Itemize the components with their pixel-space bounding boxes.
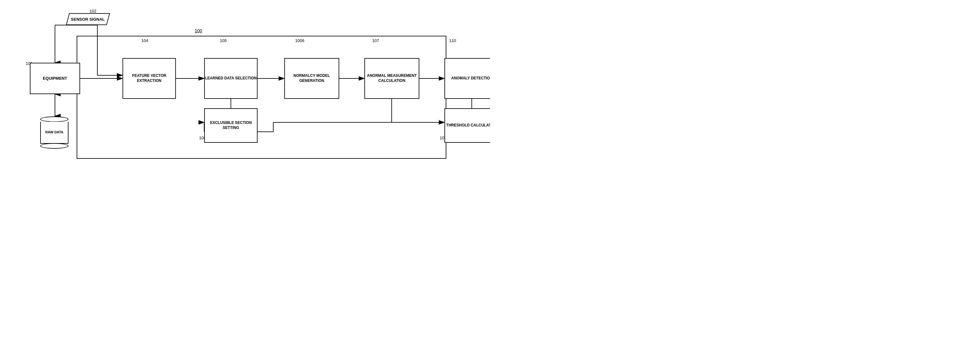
ref-110: 110 [449, 38, 456, 43]
normalcy-model-box: NORMALCY MODEL GENERATION [284, 58, 339, 99]
raw-data-cylinder: RAW DATA [40, 116, 68, 149]
equipment-box: EQUIPMENT [30, 63, 80, 94]
threshold-calculation-label: THRESHOLD CALCULATION [446, 123, 490, 128]
feature-vector-box: FEATURE VECTOR EXTRACTION [123, 58, 176, 99]
cylinder-top [40, 116, 68, 122]
diagram-container: 100 102 SENSOR SIGNAL 101 EQUIPMENT 103 … [0, 0, 490, 171]
exclusible-section-label: EXCLUSIBLE SECTION SETTING [205, 120, 257, 130]
ref-104: 104 [142, 38, 148, 43]
sensor-signal-label: SENSOR SIGNAL [71, 17, 105, 22]
feature-vector-label: FEATURE VECTOR EXTRACTION [123, 73, 175, 83]
anormal-measurement-label: ANORMAL MEASUREMENT CALCULATION [365, 73, 419, 83]
ref-100: 100 [195, 28, 202, 33]
sensor-signal-box: SENSOR SIGNAL [66, 13, 110, 25]
cylinder-body: RAW DATA [40, 122, 68, 144]
ref-102: 102 [89, 9, 96, 14]
ref-1006: 1006 [295, 38, 304, 43]
equipment-label: EQUIPMENT [43, 76, 67, 81]
cylinder-bottom-cap [40, 143, 68, 149]
ref-107: 107 [372, 38, 379, 43]
anomaly-detection-label: ANOMALY DETECTION [451, 76, 490, 81]
anomaly-detection-box: ANOMALY DETECTION [444, 58, 490, 99]
learned-data-label: LEARNED DATA SELECTION [205, 76, 257, 81]
threshold-calculation-box: THRESHOLD CALCULATION [444, 108, 490, 143]
exclusible-section-box: EXCLUSIBLE SECTION SETTING [204, 108, 258, 143]
raw-data-label: RAW DATA [45, 130, 64, 134]
normalcy-model-label: NORMALCY MODEL GENERATION [285, 73, 339, 83]
anormal-measurement-box: ANORMAL MEASUREMENT CALCULATION [364, 58, 419, 99]
ref-105: 105 [220, 38, 227, 43]
learned-data-box: LEARNED DATA SELECTION [204, 58, 258, 99]
